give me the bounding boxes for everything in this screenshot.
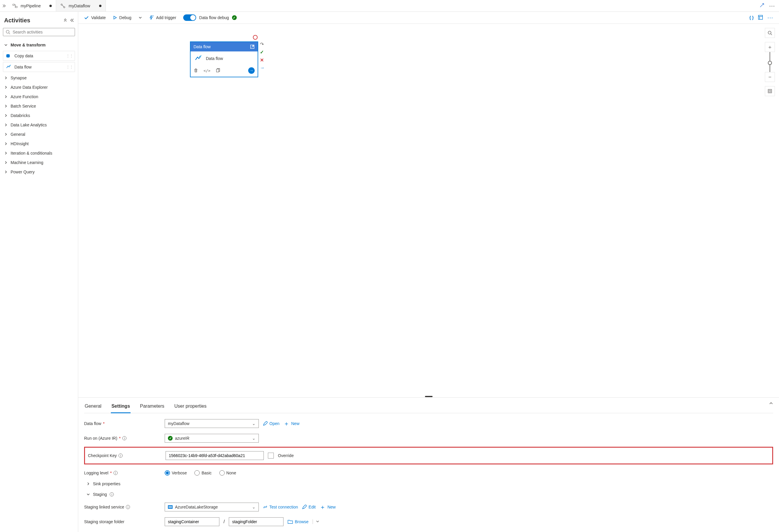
activity-copy-data[interactable]: Copy data ⋮⋮	[3, 51, 75, 61]
tab-mypipeline[interactable]: myPipeline	[8, 0, 56, 11]
svg-rect-14	[168, 505, 173, 509]
code-icon[interactable]: </>	[203, 68, 210, 73]
properties-button[interactable]	[758, 15, 763, 21]
code-view-button[interactable]: { }	[749, 15, 754, 20]
completion-path-icon[interactable]: →	[260, 65, 265, 71]
trigger-icon	[149, 15, 154, 20]
fit-screen-button[interactable]	[765, 86, 775, 96]
category-general[interactable]: General	[3, 130, 75, 139]
data-flow-icon	[6, 64, 11, 70]
data-flow-icon	[194, 54, 202, 63]
chevron-right-icon	[4, 142, 8, 145]
success-path-icon[interactable]: ✓	[260, 49, 265, 55]
category-data-lake-analytics[interactable]: Data Lake Analytics	[3, 120, 75, 130]
collapse-panel-icon[interactable]	[769, 401, 773, 407]
failure-path-icon[interactable]: ✕	[260, 57, 265, 63]
chevron-right-icon	[4, 123, 8, 127]
dataflow-icon	[60, 3, 66, 8]
open-dataflow-button[interactable]: Open	[263, 421, 279, 426]
connection-icon	[263, 505, 267, 509]
copy-icon[interactable]	[216, 68, 220, 73]
category-power-query[interactable]: Power Query	[3, 167, 75, 177]
checkpoint-highlight: Checkpoint Key i Override	[84, 447, 773, 464]
checkpoint-input[interactable]	[166, 451, 264, 460]
plus-icon: ＋	[284, 420, 289, 428]
delete-icon[interactable]	[193, 68, 198, 73]
prop-tab-settings[interactable]: Settings	[111, 401, 131, 413]
pipeline-canvas[interactable]: Data flow Data flow </> → ↷ ✓ ✕ →	[78, 24, 779, 396]
new-dataflow-button[interactable]: ＋ New	[284, 420, 299, 428]
runon-select[interactable]: ✓azureIR ⌄	[165, 434, 259, 443]
info-icon[interactable]: i	[119, 454, 123, 458]
tab-label: myPipeline	[20, 4, 41, 8]
chevron-down-icon: ⌄	[252, 505, 255, 509]
zoom-out-button[interactable]: −	[765, 72, 775, 82]
category-hdinsight[interactable]: HDInsight	[3, 139, 75, 148]
debug-dropdown[interactable]	[138, 16, 142, 19]
category-machine-learning[interactable]: Machine Learning	[3, 158, 75, 167]
logging-radio-basic[interactable]: Basic	[194, 470, 212, 476]
search-activities-input[interactable]	[3, 28, 75, 36]
more-icon[interactable]: ⋯	[769, 2, 775, 9]
collapse-sidebar-icon[interactable]	[70, 18, 74, 23]
category-databricks[interactable]: Databricks	[3, 111, 75, 120]
category-iteration-conditionals[interactable]: Iteration & conditionals	[3, 148, 75, 158]
chevron-right-icon	[4, 104, 8, 108]
open-external-icon[interactable]	[250, 44, 255, 49]
test-connection-button[interactable]: Test connection	[263, 505, 298, 509]
info-icon[interactable]: i	[114, 471, 118, 475]
pipeline-toolbar: Validate Debug Add trigger Data flow deb…	[78, 12, 779, 24]
staging-section[interactable]: Staging i	[86, 492, 114, 497]
logging-radio-none[interactable]: None	[219, 470, 236, 476]
chevron-right-icon	[4, 161, 8, 164]
edit-linked-service-button[interactable]: Edit	[302, 505, 315, 509]
zoom-in-button[interactable]: ＋	[765, 42, 775, 52]
prop-tab-parameters[interactable]: Parameters	[139, 401, 165, 413]
dataflow-select[interactable]: myDataflow ⌄	[165, 419, 259, 428]
dataflow-debug-toggle[interactable]	[183, 14, 196, 21]
info-icon[interactable]: i	[126, 505, 130, 509]
category-move-transform[interactable]: Move & transform	[3, 40, 75, 50]
category-azure-data-explorer[interactable]: Azure Data Explorer	[3, 83, 75, 92]
staging-linked-select[interactable]: AzureDataLakeStorage ⌄	[165, 503, 259, 512]
browse-folder-button[interactable]: Browse	[288, 519, 308, 524]
browse-dropdown[interactable]	[313, 519, 319, 524]
dataflow-activity-node[interactable]: Data flow Data flow </> →	[190, 42, 258, 77]
category-synapse[interactable]: Synapse	[3, 73, 75, 83]
chevron-right-icon	[4, 151, 8, 155]
zoom-slider[interactable]	[770, 52, 770, 72]
logging-label: Logging level	[84, 471, 109, 475]
chevron-right-icon	[4, 76, 8, 80]
sidebar-title: Activities	[4, 17, 30, 24]
add-trigger-button[interactable]: Add trigger	[149, 15, 176, 20]
redo-icon[interactable]: ↷	[260, 42, 265, 47]
logging-radio-verbose[interactable]: Verbose	[165, 470, 187, 476]
tab-mydataflow[interactable]: myDataflow	[56, 0, 106, 11]
validation-marker	[253, 35, 258, 40]
info-icon[interactable]: i	[110, 492, 114, 496]
node-type-label: Data flow	[193, 44, 211, 49]
prop-tab-general[interactable]: General	[84, 401, 102, 413]
properties-panel: General Settings Parameters User propert…	[78, 397, 779, 532]
sink-properties-section[interactable]: Sink properties	[86, 481, 120, 486]
category-batch-service[interactable]: Batch Service	[3, 102, 75, 111]
debug-button[interactable]: Debug	[113, 15, 131, 20]
maximize-icon[interactable]	[760, 2, 764, 9]
staging-container-input[interactable]	[165, 517, 219, 526]
storage-icon	[168, 505, 173, 509]
staging-folder-input[interactable]	[229, 517, 284, 526]
validate-button[interactable]: Validate	[84, 15, 106, 20]
toolbar-more-icon[interactable]: ⋯	[767, 14, 773, 21]
zoom-search-button[interactable]	[765, 28, 775, 38]
expand-tabs-icon[interactable]	[0, 0, 8, 11]
staging-folder-label: Staging storage folder	[84, 519, 124, 524]
info-icon[interactable]: i	[122, 436, 126, 440]
override-checkbox[interactable]	[268, 453, 274, 459]
category-azure-function[interactable]: Azure Function	[3, 92, 75, 102]
prop-tab-user-properties[interactable]: User properties	[174, 401, 207, 413]
new-linked-service-button[interactable]: ＋ New	[320, 503, 336, 511]
activity-data-flow[interactable]: Data flow ⋮⋮	[3, 62, 75, 72]
svg-rect-7	[759, 15, 763, 19]
run-icon[interactable]: →	[248, 67, 255, 74]
collapse-all-icon[interactable]	[63, 18, 67, 23]
